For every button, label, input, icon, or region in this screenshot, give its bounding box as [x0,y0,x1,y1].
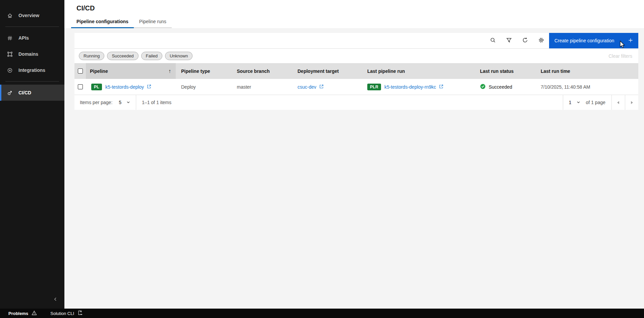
sidebar-item-cicd[interactable]: CI/CD [0,85,64,101]
settings-button[interactable] [533,33,549,48]
filter-tag-unknown[interactable]: Unknown [165,52,193,60]
pipeline-run-link-label: k5-testords-deploy-rn9kc [384,84,436,90]
sidebar-divider [5,81,59,82]
filter-tag-failed[interactable]: Failed [141,52,162,60]
integrations-icon [7,67,13,73]
domains-icon [7,51,13,57]
pagination-bar: Items per page: 5 1–1 of 1 items [74,95,638,110]
cicd-icon [7,90,13,96]
column-header-pipeline[interactable]: Pipeline ↑ [86,63,176,79]
status-label: Succeeded [489,84,512,90]
select-all-checkbox[interactable] [78,69,83,74]
api-icon [7,35,13,41]
deployment-target-link[interactable]: csuc-dev [298,84,324,90]
pipeline-link-label: k5-testords-deploy [105,84,144,90]
last-run-status: Succeeded [480,84,535,90]
filter-tag-succeeded[interactable]: Succeeded [107,52,138,60]
column-header-last-run-time[interactable]: Last run time [535,63,638,79]
page-size-value: 5 [119,100,121,105]
table-row: PL k5-testords-deploy [74,79,638,95]
filter-icon [506,37,512,44]
column-header-label: Pipeline [90,69,108,74]
pipeline-run-badge: PLR [367,84,381,90]
table-header-row: Pipeline ↑ Pipeline type Source branch D… [74,63,638,79]
sidebar-item-label: APIs [18,35,29,41]
external-link-icon [147,84,152,90]
settings-icon [538,37,544,44]
problems-label: Problems [8,311,28,316]
previous-page-button[interactable] [611,95,625,110]
sidebar-item-integrations[interactable]: Integrations [0,62,64,78]
tabs: Pipeline configurations Pipeline runs [64,16,644,28]
page-number-select[interactable]: 1 [563,95,586,110]
pagination-right: 1 of 1 page [563,95,638,110]
status-bar: Problems Solution CLI [0,309,644,318]
sidebar-collapse-button[interactable] [51,295,60,305]
pagination-range: 1–1 of 1 items [136,100,171,105]
script-file-icon [77,310,83,316]
column-header-deployment-target[interactable]: Deployment target [292,63,362,79]
chevron-left-icon [53,297,58,303]
sidebar-item-domains[interactable]: Domains [0,46,64,62]
tab-pipeline-configurations[interactable]: Pipeline configurations [71,16,134,28]
pipeline-type-cell: Deploy [176,79,231,95]
pipeline-link[interactable]: k5-testords-deploy [105,84,152,90]
row-checkbox[interactable] [78,84,83,89]
table-toolbar: Create pipeline configuration [74,33,638,49]
column-header-last-run-status[interactable]: Last run status [475,63,535,79]
content-row: Overview APIs [0,0,644,309]
page-header: CI/CD Pipeline configurations Pipeline r… [64,0,644,28]
filter-tag-running[interactable]: Running [79,52,104,60]
main-content: CI/CD Pipeline configurations Pipeline r… [64,0,644,309]
pipeline-badge: PL [91,84,102,90]
pipeline-run-link[interactable]: k5-testords-deploy-rn9kc [384,84,444,90]
solution-cli-label: Solution CLI [50,311,74,316]
search-button[interactable] [485,33,501,48]
clear-filters-button[interactable]: Clear filters [608,53,633,59]
caret-left-icon [617,100,620,105]
filter-button[interactable] [501,33,517,48]
home-icon [7,13,13,18]
create-button-label: Create pipeline configuration [554,38,614,43]
plus-icon [628,38,633,44]
last-run-time-cell: 7/10/2025, 11:40:58 AM [535,79,638,95]
deployment-target-label: csuc-dev [298,84,316,90]
refresh-icon [522,37,528,44]
sidebar-item-label: Domains [18,51,38,57]
source-branch-cell: master [231,79,292,95]
column-header-source-branch[interactable]: Source branch [231,63,292,79]
column-header-pipeline-type[interactable]: Pipeline type [176,63,231,79]
sidebar-item-label: Integrations [18,67,45,73]
chevron-down-icon [577,100,580,105]
sidebar-divider [5,27,59,27]
sidebar-item-apis[interactable]: APIs [0,30,64,46]
solution-cli-item[interactable]: Solution CLI [50,310,83,316]
chevron-down-icon [126,100,130,105]
create-pipeline-configuration-button[interactable]: Create pipeline configuration [549,33,638,48]
warning-icon [32,310,37,317]
filter-tags-row: Running Succeeded Failed Unknown Clear f… [74,49,638,63]
tab-pipeline-runs[interactable]: Pipeline runs [134,16,172,28]
refresh-button[interactable] [517,33,533,48]
pagination-left: Items per page: 5 1–1 of 1 items [74,95,171,110]
next-page-button[interactable] [625,95,638,110]
pipeline-table: Pipeline ↑ Pipeline type Source branch D… [74,63,638,95]
sidebar-nav: Overview APIs [0,0,64,101]
success-check-icon [480,84,486,90]
sidebar-item-label: CI/CD [18,90,31,95]
page-title: CI/CD [76,4,644,12]
problems-item[interactable]: Problems [8,310,37,317]
pipeline-table-card: Create pipeline configuration Running Su… [74,33,638,110]
external-link-icon [319,84,324,90]
items-per-page-label: Items per page: [80,100,112,105]
sidebar-item-overview[interactable]: Overview [0,7,64,24]
page-count-label: of 1 page [586,100,611,105]
page-number-value: 1 [569,100,572,105]
search-icon [490,37,496,44]
sort-ascending-icon: ↑ [168,68,171,74]
sidebar-item-label: Overview [18,13,39,18]
column-header-last-pipeline-run[interactable]: Last pipeline run [362,63,475,79]
page-size-select[interactable]: 5 [113,95,136,110]
app-window: Overview APIs [0,0,644,318]
caret-right-icon [630,100,633,105]
